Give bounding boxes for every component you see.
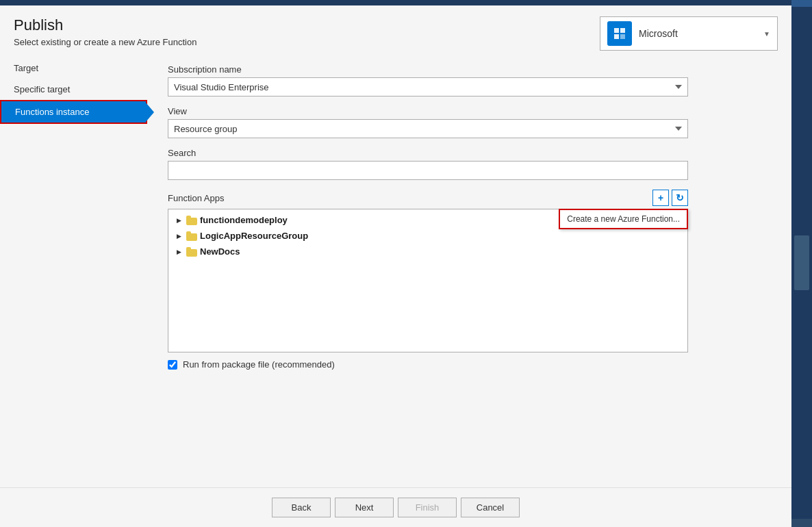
search-group: Search [168,148,778,180]
folder-icon-2 [186,247,197,257]
sidebar-bottom [791,519,812,527]
page-title: Publish [14,16,600,34]
account-icon [607,21,632,46]
expand-icon-2: ▶ [174,247,183,257]
sidebar-item-functions-instance[interactable]: Functions instance [0,100,147,124]
right-sidebar [791,0,812,527]
page-subtitle: Select existing or create a new Azure Fu… [14,37,600,47]
form-panel: Subscription name Visual Studio Enterpri… [147,57,791,487]
back-button[interactable]: Back [272,498,331,517]
sidebar-item-label-functions: Functions instance [15,107,89,117]
function-apps-actions: + ↻ Create a new Azure Function... [652,190,688,206]
folder-icon-1 [186,231,197,241]
svg-rect-0 [614,28,619,33]
create-tooltip: Create a new Azure Function... [559,209,688,229]
function-apps-section: Function Apps + ↻ Create a new Azure Fun… [168,190,688,352]
search-label: Search [168,148,778,158]
plus-icon: + [658,192,663,203]
view-label: View [168,106,778,116]
svg-rect-1 [620,28,625,33]
scrollbar-thumb[interactable] [794,235,809,290]
tree-item-label-1: LogicAppResourceGroup [200,231,308,241]
refresh-button[interactable]: ↻ [672,190,688,206]
chevron-down-icon: ▼ [763,30,770,38]
svg-rect-2 [614,34,619,39]
sidebar-item-target[interactable]: Target [0,57,147,79]
svg-rect-3 [620,34,625,39]
sidebar-top-bar [791,0,812,7]
subscription-group: Subscription name Visual Studio Enterpri… [168,64,778,97]
function-apps-header: Function Apps + ↻ Create a new Azure Fun… [168,190,688,206]
top-bar [0,0,791,5]
tree-item-label-0: functiondemodeploy [200,215,288,225]
dialog-header: Publish Select existing or create a new … [0,5,791,57]
list-item[interactable]: ▶ LogicAppResourceGroup [168,228,687,244]
add-function-button[interactable]: + [652,190,669,206]
checkbox-row: Run from package file (recommended) [168,359,688,370]
list-item[interactable]: ▶ NewDocs [168,244,687,259]
sidebar-item-label-target: Target [14,63,38,73]
search-input[interactable] [168,161,688,180]
view-select[interactable]: Resource group [168,119,688,138]
sidebar-item-label-specific: Specific target [14,84,70,94]
sidebar-item-specific-target[interactable]: Specific target [0,79,147,100]
function-apps-label: Function Apps [168,193,224,203]
tree-item-label-2: NewDocs [200,246,240,257]
subscription-label: Subscription name [168,64,778,75]
account-selector[interactable]: Microsoft ▼ [600,16,778,51]
folder-icon-0 [186,216,197,225]
checkbox-label: Run from package file (recommended) [183,359,335,370]
cancel-button[interactable]: Cancel [461,498,520,517]
view-group: View Resource group [168,106,778,138]
dialog-footer: Back Next Finish Cancel [0,487,791,527]
expand-icon-0: ▶ [174,216,183,225]
package-file-checkbox[interactable] [168,360,177,370]
account-name: Microsoft [639,28,757,39]
subscription-select[interactable]: Visual Studio Enterprise [168,77,688,97]
function-apps-list: ▶ functiondemodeploy ▶ LogicAppResourceG… [168,209,688,352]
next-button[interactable]: Next [335,498,394,517]
nav-item-wrapper-functions: Functions instance [0,100,147,124]
dialog-body: Target Specific target Functions instanc… [0,57,791,487]
expand-icon-1: ▶ [174,231,183,241]
nav-panel: Target Specific target Functions instanc… [0,57,147,487]
refresh-icon: ↻ [676,192,684,203]
finish-button[interactable]: Finish [398,498,457,517]
title-section: Publish Select existing or create a new … [14,16,600,47]
